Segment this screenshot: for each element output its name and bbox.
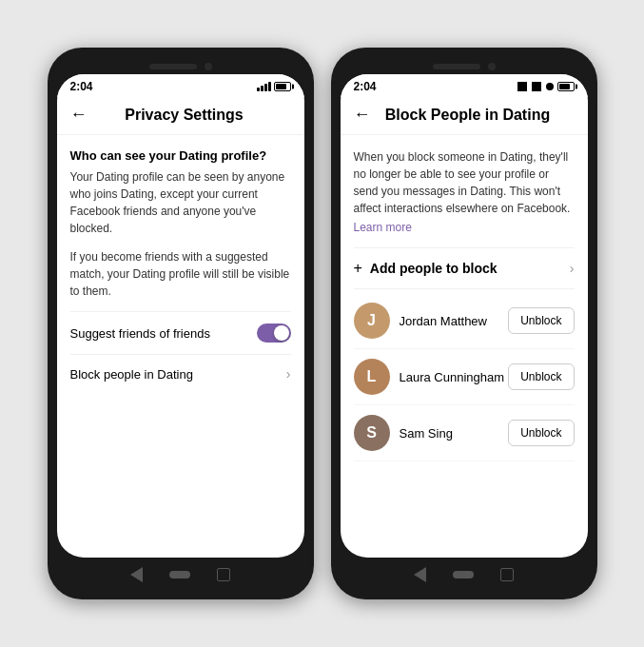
square-icon-1 — [517, 82, 527, 91]
phone-1-suggest-toggle[interactable] — [257, 324, 291, 343]
phone-1-block-row[interactable]: Block people in Dating › — [70, 354, 291, 393]
jordan-avatar: J — [354, 303, 390, 339]
phone-1-back-nav-icon[interactable] — [130, 567, 143, 582]
phone-1-speaker — [149, 64, 197, 69]
jordan-unblock-button[interactable]: Unblock — [508, 307, 574, 334]
phone-2-title: Block People in Dating — [381, 107, 556, 124]
phone-1-nav-header: ← Privacy Settings — [57, 97, 304, 135]
phone-2-screen: 2:04 ← Block People in Dating When you b… — [341, 74, 588, 558]
square-icon-2 — [532, 82, 541, 91]
phone-2-bottom-nav — [341, 558, 588, 590]
laura-avatar: L — [354, 359, 390, 395]
phone-2-nav-header: ← Block People in Dating — [341, 97, 588, 135]
phone-2-top-bar — [341, 57, 588, 74]
phone-1-camera — [205, 63, 212, 70]
add-block-row[interactable]: + Add people to block › — [354, 247, 575, 289]
phone-1: 2:04 ← Privacy Settings — [48, 48, 314, 599]
sam-name: Sam Sing — [400, 426, 509, 441]
phone-1-section-text2: If you become friends with a suggested m… — [70, 248, 291, 300]
phone-1-suggest-label: Suggest friends of friends — [70, 326, 210, 341]
phone-2-camera — [488, 63, 496, 70]
blocked-person-row: J Jordan Matthew Unblock — [354, 293, 575, 349]
phone-2-description: When you block someone in Dating, they'l… — [354, 148, 575, 217]
phone-1-status-bar: 2:04 — [57, 74, 304, 97]
jordan-name: Jordan Matthew — [400, 314, 509, 328]
chevron-right-icon: › — [286, 366, 291, 382]
phone-1-section-title: Who can see your Dating profile? — [70, 148, 291, 163]
phone-1-suggest-row: Suggest friends of friends — [70, 311, 291, 354]
phone-2-battery-icon — [557, 82, 575, 91]
plus-icon: + — [354, 260, 362, 277]
phone-1-bottom-nav — [57, 558, 304, 590]
phone-2-status-icons — [517, 82, 575, 91]
phone-2-home-icon[interactable] — [453, 571, 474, 578]
wifi-icon — [257, 82, 271, 91]
learn-more-link[interactable]: Learn more — [354, 221, 575, 234]
phone-2-time: 2:04 — [354, 80, 377, 93]
phone-2-speaker — [433, 64, 480, 69]
blocked-person-row: S Sam Sing Unblock — [354, 405, 575, 461]
phone-2-content: When you block someone in Dating, they'l… — [341, 135, 588, 558]
phone-1-recents-icon[interactable] — [217, 568, 230, 581]
blocked-person-row: L Laura Cunningham Unblock — [354, 349, 575, 405]
phone-1-time: 2:04 — [70, 80, 93, 93]
add-block-left: + Add people to block — [354, 260, 498, 277]
laura-unblock-button[interactable]: Unblock — [508, 363, 574, 390]
phone-2: 2:04 ← Block People in Dating When you b… — [331, 48, 597, 599]
sam-unblock-button[interactable]: Unblock — [508, 420, 574, 446]
phone-1-block-label: Block people in Dating — [70, 367, 193, 382]
phone-1-content: Who can see your Dating profile? Your Da… — [57, 135, 304, 558]
add-block-label: Add people to block — [370, 261, 498, 276]
sam-avatar-img: S — [354, 415, 390, 451]
phone-2-recents-icon[interactable] — [500, 568, 514, 581]
phone-1-status-icons — [257, 82, 291, 91]
jordan-avatar-img: J — [354, 303, 390, 339]
add-block-chevron-icon: › — [570, 261, 575, 276]
phone-2-status-bar: 2:04 — [341, 74, 588, 97]
phone-1-top-bar — [57, 57, 304, 74]
laura-name: Laura Cunningham — [400, 370, 509, 384]
phone-1-screen: 2:04 ← Privacy Settings — [57, 74, 304, 558]
phone-2-back-button[interactable]: ← — [354, 105, 371, 125]
phone-1-back-button[interactable]: ← — [70, 105, 88, 125]
phone-1-title: Privacy Settings — [97, 107, 272, 124]
phone-1-section-text1: Your Dating profile can be seen by anyon… — [70, 168, 291, 237]
laura-avatar-img: L — [354, 359, 390, 395]
phone-1-home-icon[interactable] — [169, 571, 190, 578]
battery-icon — [274, 82, 291, 91]
phone-2-back-nav-icon[interactable] — [414, 567, 426, 582]
dot-icon — [546, 83, 554, 90]
sam-avatar: S — [354, 415, 390, 451]
